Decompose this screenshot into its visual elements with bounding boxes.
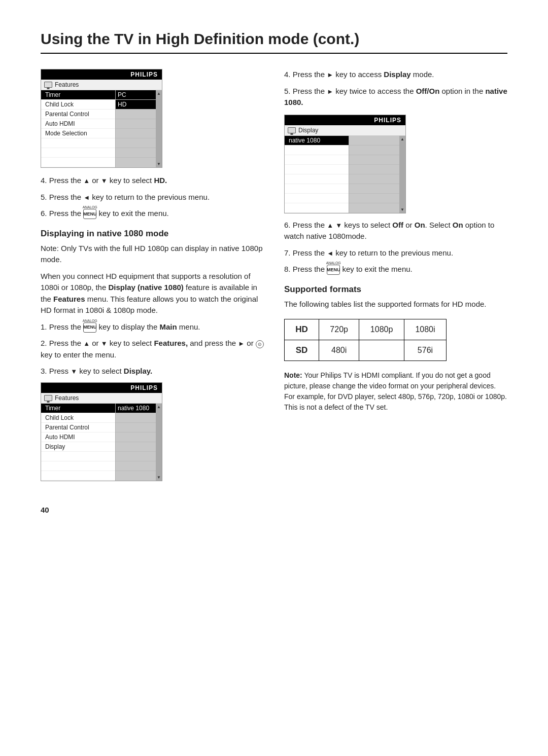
section2-title: Supported formats	[284, 284, 507, 295]
menu-body-3: native 1080	[285, 136, 405, 213]
menu-title-3: Display	[298, 127, 318, 134]
monitor-icon-3	[288, 127, 296, 133]
menu-right-empty4	[116, 138, 156, 148]
left-column: PHILIPS Features Timer Child Lock Parent…	[41, 69, 264, 490]
menu-body-1: Timer Child Lock Parental Control Auto H…	[41, 90, 162, 167]
menu-item-childlock-2: Child Lock	[41, 413, 115, 423]
arrow-left-icon-7: ◄	[327, 249, 333, 257]
menu-body-inner-1: Timer Child Lock Parental Control Auto H…	[41, 90, 162, 167]
display-bold-r: Display	[384, 70, 410, 79]
menu-item-parental: Parental Control	[41, 110, 115, 119]
main-bold: Main	[159, 322, 177, 331]
scroll-bar-3: ▲ ▼	[399, 136, 405, 213]
empty-cell	[359, 340, 404, 361]
section1-para1: Note: Only TVs with the full HD 1080p ca…	[41, 243, 264, 266]
menu-right-3-empty2	[349, 146, 399, 155]
menu-right-hd: HD	[116, 100, 156, 110]
menu-right-native: native 1080	[116, 404, 156, 413]
hd-label: HD.	[154, 176, 167, 185]
menu-body-inner-3: native 1080	[285, 136, 405, 213]
formats-table: HD 720p 1080p 1080i SD 480i 576i	[284, 319, 447, 361]
step-right-4: 4. Press the ► key to access Display mod…	[284, 69, 507, 81]
hd-cell: HD	[285, 319, 319, 340]
menu-right-2-empty1	[116, 413, 156, 423]
step-right-num-4: 4.	[284, 70, 291, 79]
menu-title-row-3: Display	[285, 125, 405, 136]
menu-content-3: native 1080	[285, 136, 405, 213]
display-native-bold: Display (native 1080)	[108, 283, 183, 292]
step-right-num-7: 7.	[284, 248, 291, 257]
step-left-5: 5. Press the ◄ key to return to the prev…	[41, 192, 264, 203]
step-num-6: 6.	[41, 209, 47, 218]
arrow-up-icon-2: ▲	[83, 340, 90, 347]
section2-para: The following tables list the supported …	[284, 299, 507, 310]
arrow-up-icon-6: ▲	[327, 222, 333, 229]
menu-right-2-empty2	[116, 423, 156, 433]
menu-brand-1: PHILIPS	[41, 69, 162, 80]
step-right-6: 6. Press the ▲ ▼ keys to select Off or O…	[284, 220, 507, 242]
step-mid-1: 1. Press the ANALOG MENU key to display …	[41, 321, 264, 333]
arrow-right-icon-5: ►	[327, 88, 333, 95]
menu-left-1: Timer Child Lock Parental Control Auto H…	[41, 90, 115, 167]
menu-brand-3: PHILIPS	[285, 115, 405, 125]
menu-item-3-empty4	[285, 174, 349, 184]
offon-bold: Off/On	[416, 87, 440, 95]
menu-right-2: native 1080	[115, 404, 156, 481]
menu-box-1: PHILIPS Features Timer Child Lock Parent…	[41, 69, 162, 168]
menu-item-autohdmi: Auto HDMI	[41, 119, 115, 129]
menu-button-icon-2: ANALOG MENU	[83, 322, 96, 333]
monitor-icon-1	[44, 82, 52, 88]
section1-para2: When you connect HD equipment that suppo…	[41, 271, 264, 316]
menu-box-3: PHILIPS Display native 1080	[284, 115, 406, 213]
menu-item-3-empty2	[285, 155, 349, 165]
menu-brand-2: PHILIPS	[41, 383, 162, 393]
analog-label-1: ANALOG	[83, 205, 97, 209]
menu-right-3-empty6	[349, 184, 399, 194]
step-num-4: 4.	[41, 176, 47, 185]
menu-right-empty5	[116, 148, 156, 158]
arrow-down-icon-6: ▼	[335, 222, 342, 229]
step-right-5: 5. Press the ► key twice to access the O…	[284, 86, 507, 109]
menu-item-empty-2a	[41, 452, 115, 461]
native1080-bold: native 1080.	[284, 87, 507, 107]
menu-content-2: Timer Child Lock Parental Control Auto H…	[41, 404, 162, 481]
table-row-hd: HD 720p 1080p 1080i	[285, 319, 447, 340]
menu-item-3-empty7	[285, 203, 349, 213]
menu-content-1: Timer Child Lock Parental Control Auto H…	[41, 90, 162, 167]
arrow-right-icon-2: ►	[238, 340, 245, 347]
menu-right-2-empty4	[116, 442, 156, 452]
menu-body-2: Timer Child Lock Parental Control Auto H…	[41, 404, 162, 481]
table-row-sd: SD 480i 576i	[285, 340, 447, 361]
arrow-down-icon: ▼	[101, 177, 108, 185]
menu-right-3-empty4	[349, 165, 399, 174]
menu-right-1: PC HD	[115, 90, 156, 167]
note-text: Note: Your Philips TV is HDMI compliant.…	[284, 370, 507, 413]
menu-button-icon-1: ANALOG MENU	[83, 209, 96, 219]
monitor-icon-2	[44, 395, 52, 401]
menu-right-empty2	[116, 119, 156, 129]
1080i-cell: 1080i	[404, 319, 446, 340]
off-bold: Off	[392, 221, 403, 229]
on-bold: On	[415, 221, 425, 229]
menu-button-icon-3: ANALOG MENU	[327, 265, 340, 275]
menu-item-empty-2b	[41, 461, 115, 471]
scroll-down-2: ▼	[157, 475, 161, 480]
menu-right-empty1	[116, 110, 156, 119]
menu-right-2-empty6	[116, 461, 156, 471]
menu-right-3-empty1	[349, 136, 399, 146]
menu-right-pc: PC	[116, 90, 156, 100]
step-right-num-8: 8.	[284, 265, 291, 273]
on-bold-2: On	[453, 221, 463, 229]
scroll-bar-1: ▲ ▼	[156, 90, 162, 167]
scroll-bar-2: ▲ ▼	[156, 404, 162, 481]
scroll-down-1: ▼	[157, 162, 161, 166]
menu-item-3-empty1	[285, 146, 349, 155]
arrow-down-icon-3: ▼	[71, 368, 77, 375]
scroll-up-1: ▲	[157, 91, 161, 96]
step-num-5: 5.	[41, 193, 47, 201]
menu-right-3	[349, 136, 399, 213]
step-left-6: 6. Press the ANALOG MENU key to exit the…	[41, 208, 264, 220]
menu-item-timer-2: Timer	[41, 404, 115, 413]
menu-item-native1080: native 1080	[285, 136, 349, 146]
menu-right-3-empty5	[349, 174, 399, 184]
